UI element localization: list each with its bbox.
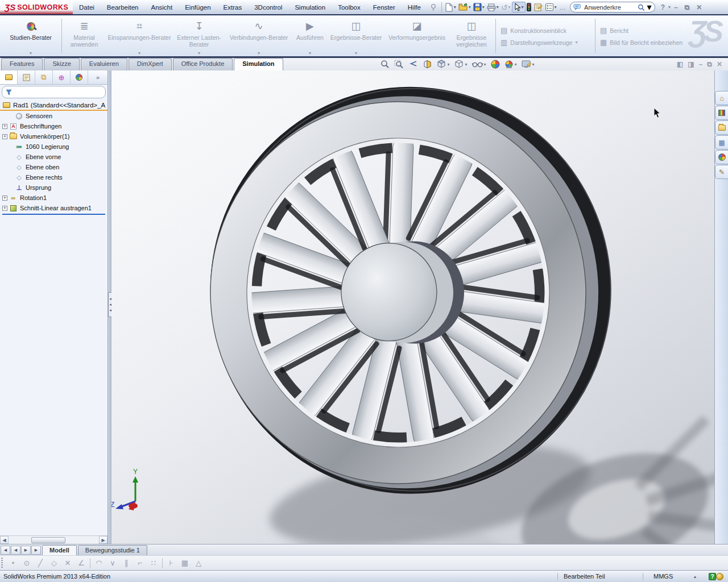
tree-filter-input[interactable] [14, 89, 102, 96]
menu-hilfe[interactable]: Hilfe [402, 2, 427, 13]
zoom-to-fit-button[interactable] [380, 59, 390, 69]
menu-3dcontrol[interactable]: 3Dcontrol [248, 2, 288, 13]
next-tab-icon[interactable]: ▶ [21, 546, 31, 555]
last-tab-icon[interactable]: ▶ [31, 546, 41, 555]
dropdown-icon[interactable]: ▾ [454, 5, 456, 10]
flyout-arrow-icon[interactable]: ▾ [30, 51, 32, 56]
search-dropdown-icon[interactable]: ▾ [647, 2, 652, 13]
search-box[interactable]: ▾ [570, 2, 655, 13]
zoom-to-area-button[interactable] [394, 59, 404, 69]
toolbar-grip[interactable] [1, 558, 3, 569]
tree-item-ebene-rechts[interactable]: ◇ Ebene rechts [0, 172, 107, 182]
tab-dimxpertmanager[interactable]: ⊕ [53, 70, 71, 84]
dropdown-icon[interactable]: ▾ [469, 5, 471, 10]
tree-item-volumenkoerper[interactable]: + Volumenkörper(1) [0, 131, 107, 142]
tab-features[interactable]: Features [1, 58, 43, 70]
tab-appearances[interactable] [715, 150, 728, 164]
tab-solidworks-resources[interactable]: ⌂ [715, 91, 728, 105]
menu-datei[interactable]: Datei [73, 2, 101, 13]
file-properties-button[interactable] [532, 2, 544, 12]
tree-item-rotation1[interactable]: + ∞ Rotation1 [0, 193, 107, 203]
search-icon[interactable] [638, 3, 645, 11]
units-label[interactable]: MMGS [643, 573, 694, 580]
toolbar-overflow-icon[interactable]: … [558, 4, 568, 11]
window-minimize-button[interactable]: – [671, 3, 681, 11]
tab-configurationmanager[interactable]: ⧉ [35, 70, 53, 84]
tree-item-sensoren[interactable]: Sensoren [0, 111, 107, 121]
tab-modell[interactable]: Modell [42, 545, 77, 555]
view-settings-button[interactable]: ▾ [521, 60, 535, 69]
display-style-button[interactable]: ▾ [454, 59, 468, 69]
tree-item-beschriftungen[interactable]: + A Beschriftungen [0, 121, 107, 131]
tree-item-ebene-oben[interactable]: ◇ Ebene oben [0, 162, 107, 172]
dropdown-icon[interactable]: ▾ [465, 62, 468, 67]
tree-filter-box[interactable] [2, 86, 106, 98]
scroll-left-icon[interactable]: ◀ [0, 536, 9, 544]
dropdown-icon[interactable]: ▾ [532, 62, 535, 67]
tab-office-produkte[interactable]: Office Produkte [173, 58, 233, 70]
view-orientation-button[interactable]: ▾ [436, 59, 450, 69]
select-tool-button[interactable]: ▾ [512, 2, 526, 13]
menu-extras[interactable]: Extras [217, 2, 249, 13]
graphics-viewport[interactable]: Y Z [111, 70, 714, 544]
menu-ansicht[interactable]: Ansicht [144, 2, 179, 13]
tab-propertymanager[interactable] [18, 70, 35, 84]
dropdown-icon[interactable]: ▾ [484, 62, 486, 67]
tree-root-part[interactable]: Rad1 (Standard<<Standard>_A [0, 101, 107, 111]
menu-fenster[interactable]: Fenster [367, 2, 402, 13]
help-button[interactable]: ? [657, 3, 668, 11]
document-minimize-icon[interactable]: – [699, 60, 703, 68]
window-restore-button[interactable]: ⧉ [681, 3, 693, 11]
dropdown-icon[interactable]: ▾ [482, 5, 485, 10]
expand-icon[interactable]: + [2, 196, 7, 201]
scroll-right-icon[interactable]: ▶ [99, 536, 107, 544]
units-expander-icon[interactable]: ▴ [694, 574, 709, 579]
print-button[interactable]: ▾ [486, 3, 500, 12]
pin-menubar-icon[interactable] [429, 3, 437, 11]
document-close-icon[interactable]: ✕ [717, 60, 722, 68]
menu-toolbox[interactable]: Toolbox [332, 2, 367, 13]
pane-toggle-right-icon[interactable]: ◨ [688, 60, 694, 68]
tab-design-library[interactable] [715, 106, 728, 120]
tree-horizontal-scrollbar[interactable]: ◀ ▶ [0, 535, 107, 544]
search-input[interactable] [583, 3, 635, 11]
status-help-icon[interactable]: ? [709, 573, 716, 580]
study-advisor-button[interactable]: Studien-Berater ▾ [1, 16, 60, 56]
tab-featuremanager[interactable] [0, 70, 18, 84]
status-tag-icon[interactable] [716, 573, 723, 580]
menu-simulation[interactable]: Simulation [288, 2, 332, 13]
tab-file-explorer[interactable] [715, 120, 728, 135]
tree-item-material[interactable]: ≔ 1060 Legierung [0, 142, 107, 152]
open-document-button[interactable]: ▾ [457, 2, 472, 12]
menu-einfuegen[interactable]: Einfügen [179, 2, 217, 13]
dropdown-icon[interactable]: ▾ [515, 62, 517, 67]
tab-displaymanager[interactable] [71, 70, 88, 84]
rebuild-button[interactable] [526, 2, 532, 12]
edit-appearance-button[interactable] [490, 59, 500, 69]
save-button[interactable]: ! ▾ [472, 2, 486, 12]
expand-icon[interactable]: + [2, 124, 7, 129]
tab-custom-properties[interactable]: ✎ [715, 165, 728, 179]
expand-icon[interactable]: + [2, 206, 7, 211]
menu-bearbeiten[interactable]: Bearbeiten [101, 2, 145, 13]
document-restore-icon[interactable]: ⧉ [707, 60, 712, 68]
previous-view-button[interactable] [408, 59, 419, 69]
tab-evaluieren[interactable]: Evaluieren [81, 58, 127, 70]
tree-item-ebene-vorne[interactable]: ◇ Ebene vorne [0, 152, 107, 162]
hide-show-items-button[interactable]: ▾ [471, 60, 487, 69]
previous-tab-icon[interactable]: ◀ [11, 546, 20, 555]
pane-toggle-left-icon[interactable]: ◧ [677, 60, 683, 68]
tab-simulation[interactable]: Simulation [234, 58, 283, 70]
tree-item-ursprung[interactable]: ⊥ Ursprung [0, 182, 107, 193]
apply-scene-button[interactable]: ▾ [504, 59, 518, 69]
rollback-bar[interactable] [2, 214, 105, 215]
section-view-button[interactable] [422, 59, 433, 69]
dropdown-icon[interactable]: ▾ [522, 5, 524, 10]
tree-item-schnitt-linear[interactable]: + Schnitt-Linear austragen1 [0, 203, 107, 213]
tab-skizze[interactable]: Skizze [44, 58, 79, 70]
options-button[interactable]: ▾ [544, 2, 558, 12]
scrollbar-thumb[interactable] [31, 537, 65, 543]
tab-view-palette[interactable]: ▦ [715, 135, 728, 149]
new-document-button[interactable]: ▾ [444, 2, 457, 13]
featuremanager-expand-button[interactable]: » [88, 70, 107, 84]
